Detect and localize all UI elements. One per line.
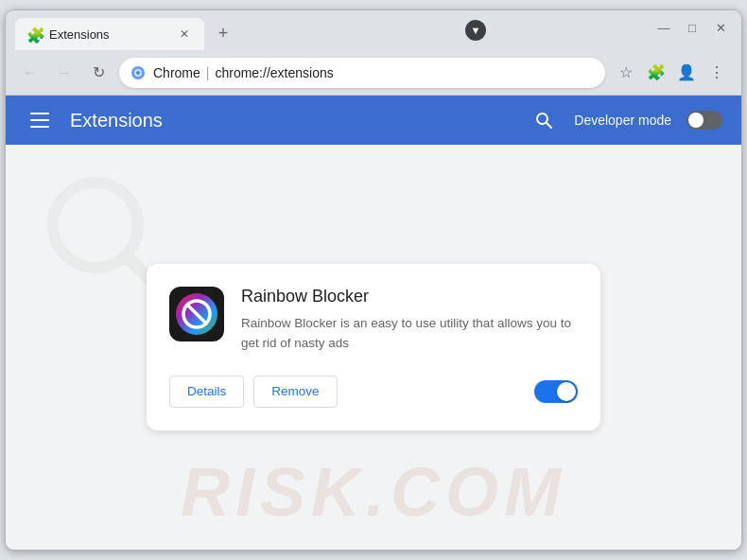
- new-tab-button[interactable]: +: [210, 20, 236, 46]
- details-button[interactable]: Details: [169, 376, 244, 408]
- card-top: Rainbow Blocker Rainbow Blocker is an ea…: [169, 287, 578, 353]
- page-content: RISK.COM: [6, 145, 741, 550]
- extensions-search-button[interactable]: [529, 105, 559, 135]
- window-controls: — □ ✕: [656, 20, 728, 35]
- tab-title: Extensions: [49, 27, 168, 42]
- address-text: Chrome | chrome://extensions: [153, 65, 334, 80]
- address-favicon-icon: [130, 65, 146, 80]
- tab-close-button[interactable]: ✕: [176, 26, 193, 43]
- maximize-button[interactable]: □: [685, 20, 700, 35]
- site-name: Chrome: [153, 65, 200, 80]
- tab-favicon-icon: 🧩: [26, 26, 42, 42]
- bookmark-button[interactable]: ☆: [613, 60, 639, 86]
- card-buttons: Details Remove: [169, 376, 338, 408]
- extension-enabled-toggle[interactable]: [534, 380, 578, 403]
- minimize-button[interactable]: —: [656, 20, 671, 35]
- developer-mode-label: Developer mode: [574, 113, 671, 128]
- profile-dropdown-icon[interactable]: ▼: [465, 20, 486, 41]
- developer-mode-toggle-knob: [688, 113, 704, 128]
- extensions-toolbar-button[interactable]: 🧩: [643, 60, 669, 86]
- svg-line-4: [547, 123, 552, 129]
- toolbar-actions: ☆ 🧩 👤 ⋮: [613, 60, 730, 86]
- title-bar: 🧩 Extensions ✕ + — □ ✕ ▼: [6, 10, 741, 50]
- svg-point-2: [136, 71, 140, 75]
- menu-button[interactable]: ⋮: [704, 60, 730, 86]
- address-url: chrome://extensions: [215, 65, 333, 80]
- browser-window: 🧩 Extensions ✕ + — □ ✕ ▼ ← → ↻: [5, 9, 742, 551]
- address-bar[interactable]: Chrome | chrome://extensions: [119, 58, 605, 88]
- extension-description: Rainbow Blocker is an easy to use utilit…: [241, 314, 578, 353]
- extension-card: Rainbow Blocker Rainbow Blocker is an ea…: [147, 264, 600, 430]
- hamburger-line-1: [30, 113, 49, 114]
- extension-icon: [169, 287, 224, 341]
- extensions-header: Extensions Developer mode: [6, 96, 741, 145]
- forward-button[interactable]: →: [51, 60, 78, 86]
- developer-mode-toggle[interactable]: [686, 111, 722, 130]
- back-button[interactable]: ←: [17, 60, 43, 86]
- extension-toggle-knob: [557, 382, 576, 401]
- window-close-button[interactable]: ✕: [713, 20, 728, 35]
- remove-button[interactable]: Remove: [253, 376, 337, 408]
- hamburger-line-2: [30, 119, 49, 121]
- hamburger-menu-button[interactable]: [25, 105, 55, 135]
- address-separator: |: [206, 65, 210, 80]
- card-bottom: Details Remove: [169, 376, 578, 408]
- hamburger-line-3: [30, 126, 49, 128]
- card-info: Rainbow Blocker Rainbow Blocker is an ea…: [241, 287, 578, 353]
- active-tab: 🧩 Extensions ✕: [15, 18, 204, 50]
- svg-point-5: [53, 183, 138, 268]
- extensions-page-title: Extensions: [70, 110, 513, 131]
- reload-button[interactable]: ↻: [85, 60, 112, 86]
- profile-button[interactable]: 👤: [673, 60, 700, 86]
- toolbar: ← → ↻ Chrome | chrome://extensions ☆ 🧩 👤…: [6, 50, 741, 96]
- watermark-text: RISK.COM: [181, 453, 566, 531]
- extension-name: Rainbow Blocker: [241, 287, 578, 306]
